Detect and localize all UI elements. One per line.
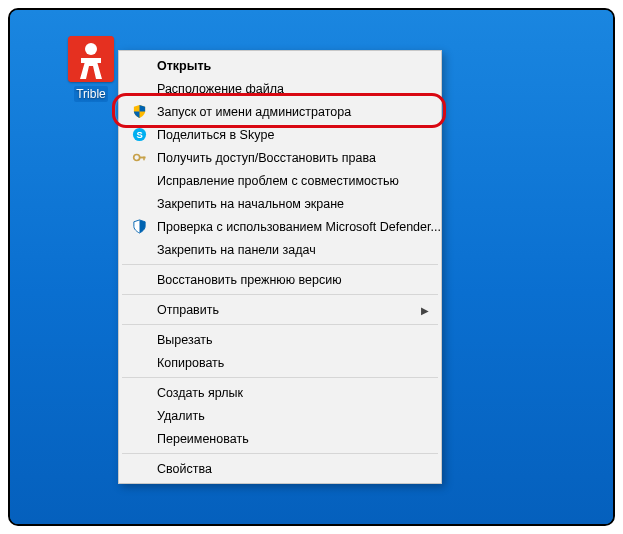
svg-rect-2 (81, 58, 101, 63)
menu-copy[interactable]: Копировать (121, 351, 439, 374)
screenshot-frame: Trible Открыть Расположение файла (8, 8, 615, 526)
menu-run-as-admin[interactable]: Запуск от имени администратора (121, 100, 439, 123)
chevron-right-icon: ▶ (421, 304, 429, 315)
menu-share-skype[interactable]: S Поделиться в Skype (121, 123, 439, 146)
menu-restore-rights[interactable]: Получить доступ/Восстановить права (121, 146, 439, 169)
menu-file-location[interactable]: Расположение файла (121, 77, 439, 100)
separator (122, 453, 438, 454)
blank-icon (129, 461, 149, 477)
separator (122, 294, 438, 295)
blank-icon (129, 58, 149, 74)
shield-icon (129, 104, 149, 120)
svg-point-1 (85, 43, 97, 55)
menu-delete[interactable]: Удалить (121, 404, 439, 427)
separator (122, 324, 438, 325)
svg-rect-7 (143, 157, 145, 161)
blank-icon (129, 272, 149, 288)
blank-icon (129, 355, 149, 371)
desktop-shortcut-trible[interactable]: Trible (56, 36, 126, 102)
app-icon (68, 36, 114, 82)
menu-pin-start[interactable]: Закрепить на начальном экране (121, 192, 439, 215)
desktop-shortcut-label: Trible (74, 86, 108, 102)
blank-icon (129, 408, 149, 424)
menu-send-to[interactable]: Отправить ▶ (121, 298, 439, 321)
menu-restore-previous[interactable]: Восстановить прежнюю версию (121, 268, 439, 291)
blank-icon (129, 196, 149, 212)
blank-icon (129, 385, 149, 401)
blank-icon (129, 302, 149, 318)
separator (122, 264, 438, 265)
menu-compat-troubleshoot[interactable]: Исправление проблем с совместимостью (121, 169, 439, 192)
menu-pin-taskbar[interactable]: Закрепить на панели задач (121, 238, 439, 261)
menu-open[interactable]: Открыть (121, 54, 439, 77)
menu-create-shortcut[interactable]: Создать ярлык (121, 381, 439, 404)
blank-icon (129, 242, 149, 258)
menu-scan-defender[interactable]: Проверка с использованием Microsoft Defe… (121, 215, 439, 238)
svg-text:S: S (136, 130, 142, 140)
key-icon (129, 150, 149, 166)
blank-icon (129, 431, 149, 447)
blank-icon (129, 173, 149, 189)
menu-properties[interactable]: Свойства (121, 457, 439, 480)
defender-icon (129, 219, 149, 235)
menu-cut[interactable]: Вырезать (121, 328, 439, 351)
skype-icon: S (129, 127, 149, 143)
blank-icon (129, 81, 149, 97)
menu-rename[interactable]: Переименовать (121, 427, 439, 450)
separator (122, 377, 438, 378)
context-menu: Открыть Расположение файла Запуск от име… (118, 50, 442, 484)
desktop-background[interactable]: Trible Открыть Расположение файла (10, 10, 613, 524)
blank-icon (129, 332, 149, 348)
svg-point-5 (133, 155, 139, 161)
